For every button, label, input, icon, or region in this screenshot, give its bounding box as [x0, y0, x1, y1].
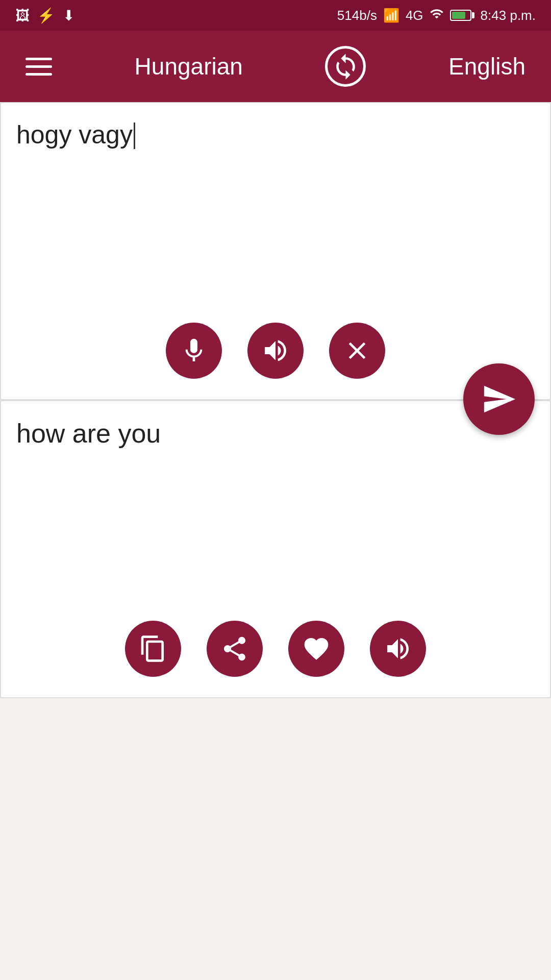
output-actions-bar	[16, 610, 535, 687]
input-section: hogy vagy	[0, 102, 551, 400]
text-cursor	[134, 122, 135, 149]
battery-icon	[450, 10, 474, 21]
source-text-input[interactable]: hogy vagy	[16, 118, 535, 312]
download-icon: ⬇	[63, 7, 74, 24]
swap-languages-button[interactable]	[325, 46, 366, 87]
network-type: 4G	[406, 8, 423, 23]
copy-button[interactable]	[125, 621, 181, 677]
time-display: 8:43 p.m.	[481, 8, 536, 23]
source-language-button[interactable]: Hungarian	[135, 53, 243, 80]
speak-output-button[interactable]	[370, 621, 426, 677]
usb-icon: ⚡	[37, 7, 55, 24]
microphone-button[interactable]	[166, 323, 222, 379]
status-bar: 🖼 ⚡ ⬇ 514b/s 📶 4G 8:43 p.m.	[0, 0, 551, 31]
share-button[interactable]	[207, 621, 263, 677]
translated-text: how are you	[16, 416, 535, 610]
output-section: how are you	[0, 400, 551, 698]
mobile-signal-icon	[430, 7, 444, 24]
signal-speed: 514b/s	[337, 8, 377, 23]
speak-input-button[interactable]	[247, 323, 304, 379]
main-content: hogy vagy	[0, 102, 551, 698]
app-toolbar: Hungarian English	[0, 31, 551, 102]
status-bar-left: 🖼 ⚡ ⬇	[15, 7, 74, 24]
favorite-button[interactable]	[288, 621, 344, 677]
input-actions-bar	[16, 312, 535, 389]
menu-button[interactable]	[26, 58, 52, 76]
wifi-icon: 📶	[383, 8, 399, 23]
clear-input-button[interactable]	[329, 323, 385, 379]
image-icon: 🖼	[15, 7, 30, 24]
status-bar-right: 514b/s 📶 4G 8:43 p.m.	[337, 7, 536, 24]
translate-button[interactable]	[463, 363, 535, 435]
target-language-button[interactable]: English	[448, 53, 525, 80]
